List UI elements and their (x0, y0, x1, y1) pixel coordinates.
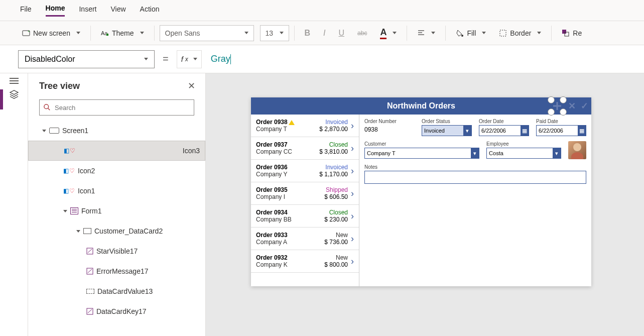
tree-node-form1[interactable]: Form1 (28, 201, 205, 221)
field-orderstatus[interactable]: Order StatusInvoiced▾ (422, 119, 472, 136)
search-input[interactable] (39, 99, 194, 116)
chevron-down-icon (393, 32, 397, 34)
reorder-icon (562, 29, 570, 37)
field-customer[interactable]: CustomerCompany T▾ (364, 141, 479, 159)
field-employee[interactable]: EmployeeCosta▾ (486, 141, 561, 159)
order-row[interactable]: Order 0938Company TInvoiced$ 2,870.00› (251, 115, 359, 137)
field-paiddate[interactable]: Paid Date6/22/2006▦ (536, 119, 586, 136)
calendar-icon: ▦ (521, 126, 529, 136)
menu-action[interactable]: Action (140, 5, 160, 16)
control-icon: ◧♡ (63, 167, 75, 174)
toolbar: + New screen Aa Theme Open Sans 13 B I U… (0, 21, 644, 45)
paint-bucket-icon (456, 29, 464, 37)
align-button[interactable] (412, 27, 440, 39)
order-row[interactable]: Order 0934Company BBClosed$ 230.00› (251, 205, 359, 228)
separator (294, 26, 295, 41)
order-row[interactable]: Order 0935Company IShipped$ 606.50› (251, 182, 359, 205)
fontsize-select[interactable]: 13 (260, 25, 289, 41)
new-screen-button[interactable]: + New screen (17, 27, 85, 39)
formula-input[interactable]: Gray (207, 54, 231, 64)
chevron-down-icon (140, 32, 144, 34)
label-icon (86, 308, 93, 315)
svg-text:+: + (28, 29, 30, 34)
fontcolor-button[interactable]: A (375, 25, 402, 41)
canvas[interactable]: Northwind Orders ✕ ✓ Order 0938Company T… (206, 73, 644, 336)
tree-view-icon[interactable] (9, 89, 19, 99)
separator (551, 26, 552, 41)
chevron-right-icon: › (351, 256, 354, 267)
chevron-right-icon: › (351, 166, 354, 176)
border-icon (499, 29, 507, 37)
bold-button[interactable]: B (300, 27, 316, 40)
order-row[interactable]: Order 0936Company YInvoiced$ 1,170.00› (251, 160, 359, 182)
tree-view-title: Tree view (39, 81, 80, 91)
tree-node-starvisible[interactable]: StarVisible17 (28, 241, 205, 261)
theme-button[interactable]: Aa Theme (96, 27, 149, 39)
order-row[interactable]: Order 0932Company KNew$ 800.00› (251, 250, 359, 273)
close-icon[interactable]: ✕ (188, 80, 195, 91)
search-icon (44, 104, 51, 111)
chevron-right-icon: › (351, 121, 354, 131)
text-cursor (230, 54, 231, 64)
cancel-icon[interactable]: ✕ (568, 100, 576, 111)
left-rail (0, 73, 28, 336)
chevron-down-icon (193, 58, 197, 60)
tree-node-datacardvalue[interactable]: DataCardValue13 (28, 281, 205, 301)
chevron-down-icon: ▾ (471, 148, 479, 158)
reorder-button[interactable]: Re (557, 27, 587, 39)
search-field[interactable] (55, 104, 190, 111)
order-row[interactable]: Order 0933Company ANew$ 736.00› (251, 228, 359, 250)
separator (407, 26, 407, 41)
separator (154, 26, 155, 41)
tree-node-icon1[interactable]: ◧♡Icon1 (28, 181, 205, 201)
tree-node-errormsg[interactable]: ErrorMessage17 (28, 261, 205, 281)
field-notes[interactable]: Notes (364, 164, 586, 184)
field-ordernum: Order Number0938 (364, 119, 415, 136)
tree-node-datacardkey[interactable]: DataCardKey17 (28, 301, 205, 321)
active-panel-indicator (0, 89, 3, 109)
add-icon-selected[interactable] (551, 100, 563, 112)
field-orderdate[interactable]: Order Date6/22/2006▦ (479, 119, 529, 136)
menu-insert[interactable]: Insert (79, 5, 96, 16)
tree-node-icon3[interactable]: ◧♡Icon3 (28, 141, 205, 161)
calendar-icon: ▦ (578, 126, 586, 136)
tree-list: Screen1 ◧♡Icon3 ◧♡Icon2 ◧♡Icon1 Form1 Cu… (28, 121, 205, 336)
chevron-down-icon (537, 32, 541, 34)
screen-icon: + (22, 29, 30, 37)
employee-photo (568, 141, 586, 159)
underline-button[interactable]: U (334, 27, 350, 40)
font-select[interactable]: Open Sans (160, 25, 254, 41)
tree-node-screen[interactable]: Screen1 (28, 121, 205, 141)
order-form: Order Number0938 Order StatusInvoiced▾ O… (359, 115, 591, 286)
accept-icon[interactable]: ✓ (581, 100, 588, 111)
separator (445, 26, 446, 41)
fx-button[interactable]: fx (177, 50, 202, 68)
strike-button[interactable]: abc (352, 28, 372, 39)
tree-node-icon2[interactable]: ◧♡Icon2 (28, 161, 205, 181)
menu-home[interactable]: Home (46, 4, 65, 17)
app-title: Northwind Orders (387, 101, 455, 110)
menu-file[interactable]: File (20, 5, 32, 16)
svg-point-8 (44, 104, 49, 109)
chevron-right-icon: › (351, 188, 354, 199)
tree-node-datacard[interactable]: Customer_DataCard2 (28, 221, 205, 241)
italic-button[interactable]: I (318, 27, 330, 40)
equals-sign: = (160, 53, 172, 65)
svg-rect-3 (106, 34, 108, 36)
order-list[interactable]: Order 0938Company TInvoiced$ 2,870.00›Or… (251, 115, 359, 286)
order-row[interactable]: Order 0937Company CCClosed$ 3,810.00› (251, 137, 359, 160)
screen-icon (49, 128, 59, 134)
fill-button[interactable]: Fill (451, 27, 491, 39)
property-select[interactable]: DisabledColor (18, 50, 155, 68)
warning-icon (289, 120, 295, 125)
tree-view-panel: Tree view ✕ Screen1 ◧♡Icon3 ◧♡Icon2 ◧♡Ic… (28, 73, 206, 336)
chevron-down-icon (431, 32, 435, 34)
chevron-down-icon (144, 58, 148, 60)
border-button[interactable]: Border (494, 27, 546, 39)
menu-view[interactable]: View (110, 5, 125, 16)
hamburger-icon[interactable] (10, 80, 19, 81)
svg-rect-6 (562, 30, 566, 34)
control-icon: ◧♡ (63, 187, 75, 194)
app-preview: Northwind Orders ✕ ✓ Order 0938Company T… (251, 97, 591, 286)
app-title-bar: Northwind Orders ✕ ✓ (251, 97, 591, 115)
